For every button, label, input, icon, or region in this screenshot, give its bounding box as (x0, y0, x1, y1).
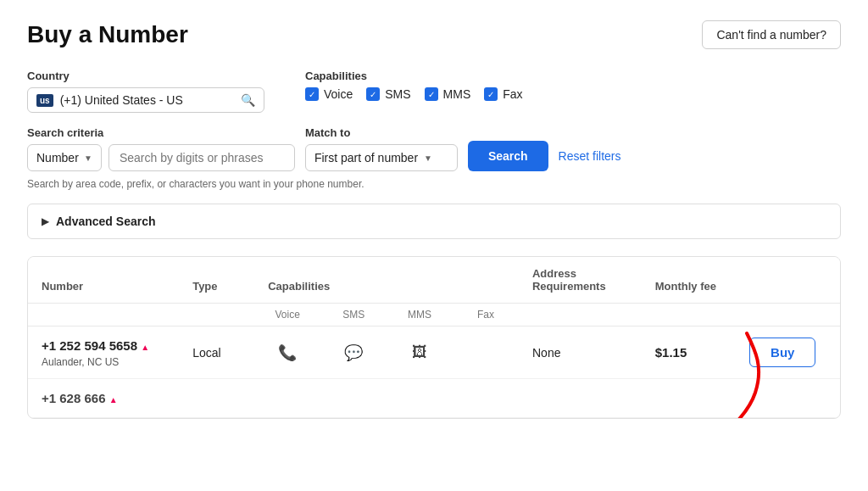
mms-icon: 🖼 (412, 343, 427, 360)
match-to-label: Match to (305, 126, 458, 139)
fax-label: Fax (503, 87, 522, 101)
search-criteria-label: Search criteria (27, 126, 295, 139)
col-header-action (736, 257, 840, 304)
sub-header-voice: Voice (254, 304, 320, 326)
criteria-type-select-wrap[interactable]: Number Pattern ▼ (27, 144, 102, 171)
table-row: +1 628 666 ▲ (28, 379, 840, 418)
country-input-wrap[interactable]: us 🔍 (27, 87, 264, 113)
match-to-select-wrap[interactable]: First part of number Any part of number … (305, 144, 458, 171)
advanced-search-chevron: ▶ (42, 215, 49, 227)
capability-mms[interactable]: MMS (425, 87, 471, 101)
capability-sms[interactable]: SMS (366, 87, 410, 101)
col-header-type: Type (179, 257, 254, 304)
table-row: +1 252 594 5658 ▲ Aulander, NC US Local … (28, 326, 840, 379)
search-input[interactable] (120, 151, 284, 165)
search-input-wrap[interactable] (108, 144, 295, 171)
buy-button[interactable]: Buy (749, 338, 815, 367)
country-label: Country (27, 70, 264, 82)
sms-icon-cell: 💬 (320, 326, 387, 379)
reset-filters-link[interactable]: Reset filters (559, 141, 621, 171)
advanced-search-toggle[interactable]: ▶ Advanced Search (27, 204, 841, 239)
number-location: Aulander, NC US (42, 356, 165, 368)
capabilities-label: Capabilities (305, 70, 523, 82)
col-header-fee: Monthly fee (642, 257, 736, 304)
fee-cell: $1.15 (642, 326, 736, 379)
sms-label: SMS (385, 87, 410, 101)
fax-checkbox[interactable] (484, 87, 498, 101)
phone-icon: 📞 (278, 344, 297, 361)
col-header-number: Number (28, 257, 179, 304)
numbers-table: Number Type Capabilities Address Require… (28, 257, 840, 418)
match-to-dropdown-arrow: ▼ (424, 153, 432, 163)
col-header-address: Address Requirements (519, 257, 642, 304)
cant-find-button[interactable]: Can't find a number? (702, 20, 841, 49)
number-cell: +1 252 594 5658 ▲ Aulander, NC US (28, 326, 179, 379)
search-hint: Search by area code, prefix, or characte… (27, 178, 841, 190)
match-to-select[interactable]: First part of number Any part of number … (314, 151, 419, 165)
sub-header-mms: MMS (387, 304, 453, 326)
criteria-type-select[interactable]: Number Pattern (36, 151, 79, 165)
sub-header-fax: Fax (453, 304, 519, 326)
address-req-cell: None (519, 326, 642, 379)
mms-icon-cell: 🖼 (387, 326, 453, 379)
voice-checkbox[interactable] (305, 87, 319, 101)
sub-header-sms: SMS (320, 304, 387, 326)
capability-voice[interactable]: Voice (305, 87, 353, 101)
price-value: $1.15 (655, 345, 687, 360)
page-title: Buy a Number (27, 21, 188, 48)
country-flag: us (36, 94, 53, 107)
number-cell-2: +1 628 666 ▲ (28, 379, 179, 418)
fax-icon-cell (453, 326, 519, 379)
criteria-dropdown-arrow: ▼ (84, 153, 92, 163)
sms-checkbox[interactable] (366, 87, 380, 101)
type-cell: Local (179, 326, 254, 379)
numbers-table-section: Number Type Capabilities Address Require… (27, 256, 841, 419)
capabilities-row: Voice SMS MMS Fax (305, 87, 523, 101)
advanced-search-label: Advanced Search (56, 215, 156, 228)
trending-icon: ▲ (141, 343, 149, 352)
mms-label: MMS (443, 87, 471, 101)
search-button[interactable]: Search (468, 141, 548, 171)
trending-icon-2: ▲ (109, 395, 118, 405)
col-header-capabilities: Capabilities (254, 257, 519, 304)
country-input[interactable] (60, 93, 234, 107)
voice-label: Voice (324, 87, 353, 101)
mms-checkbox[interactable] (425, 87, 438, 101)
action-cell[interactable]: Buy (736, 326, 840, 379)
voice-icon-cell: 📞 (254, 326, 320, 379)
sms-icon: 💬 (344, 344, 363, 361)
country-search-icon[interactable]: 🔍 (241, 93, 255, 107)
capability-fax[interactable]: Fax (484, 87, 522, 101)
